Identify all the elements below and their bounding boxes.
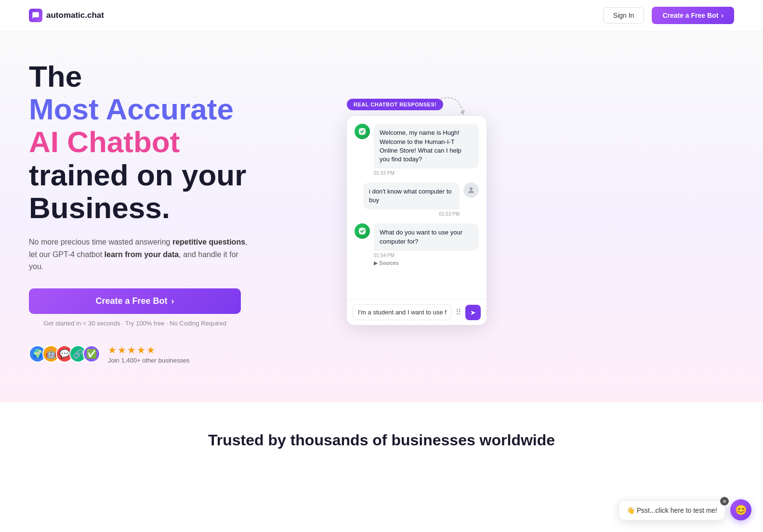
hero-title: The Most Accurate AI Chatbot trained on … xyxy=(29,60,308,224)
chat-badge: REAL CHATBOT RESPONSES! xyxy=(347,99,443,110)
chat-window: Welcome, my name is Hugh! Welcome to the… xyxy=(347,116,487,325)
bot-message-1-bubble: Welcome, my name is Hugh! Welcome to the… xyxy=(374,124,479,169)
chat-attach-button[interactable]: ⠿ xyxy=(456,308,461,317)
rating-block: ★★★★★ Join 1,400+ other businesses xyxy=(108,344,189,364)
hero-subtitle: No more precious time wasted answering r… xyxy=(29,236,250,273)
bot-avatar-1 xyxy=(355,124,370,139)
user-message-1-time: 01:53 PM xyxy=(363,211,460,217)
sources-label[interactable]: ▶ Sources xyxy=(374,260,479,266)
user-message-1-bubble: i don't know what computer to buy xyxy=(363,182,460,209)
bot-message-2-bubble: What do you want to use your computer fo… xyxy=(374,223,479,250)
social-proof: 🌍 🤖 💬 🔗 ✅ ★★★★★ Join 1,400+ other busine… xyxy=(29,344,308,364)
star-rating: ★★★★★ xyxy=(108,344,189,356)
logo-icon xyxy=(29,9,42,22)
chat-send-button[interactable]: ➤ xyxy=(465,305,481,320)
trusted-section: Trusted by thousands of businesses world… xyxy=(0,402,763,478)
nav-actions: Sign In Create a Free Bot › xyxy=(603,7,734,24)
navbar: automatic.chat Sign In Create a Free Bot… xyxy=(0,0,763,31)
bot-avatar-2 xyxy=(355,223,370,239)
create-free-arrow: › xyxy=(721,12,724,19)
join-count: Join 1,400+ other businesses xyxy=(108,357,189,364)
svg-point-1 xyxy=(470,187,473,190)
avatar-group: 🌍 🤖 💬 🔗 ✅ xyxy=(29,345,100,363)
chat-input-area: ⠿ ➤ xyxy=(347,299,487,325)
logo[interactable]: automatic.chat xyxy=(29,9,104,22)
hero-title-purple: Most Accurate xyxy=(29,92,234,126)
chat-messages: Welcome, my name is Hugh! Welcome to the… xyxy=(347,116,487,299)
chat-message-bot-2: What do you want to use your computer fo… xyxy=(355,223,479,266)
hero-title-pink: AI Chatbot xyxy=(29,125,180,158)
bot-message-1-time: 01:53 PM xyxy=(374,170,479,176)
chat-message-bot-1: Welcome, my name is Hugh! Welcome to the… xyxy=(355,124,479,176)
create-free-bot-button[interactable]: Create a Free Bot › xyxy=(652,7,734,24)
chat-message-user-1: i don't know what computer to buy 01:53 … xyxy=(355,182,479,217)
hero-section: The Most Accurate AI Chatbot trained on … xyxy=(0,31,763,402)
chat-input[interactable] xyxy=(353,304,452,320)
avatar: ✅ xyxy=(83,345,100,363)
logo-text: automatic.chat xyxy=(46,11,104,20)
bot-message-2-time: 01:54 PM xyxy=(374,253,479,258)
hero-content: The Most Accurate AI Chatbot trained on … xyxy=(29,60,308,364)
user-avatar xyxy=(463,182,479,198)
trusted-title: Trusted by thousands of businesses world… xyxy=(29,431,734,449)
hero-cta-button[interactable]: Create a Free Bot › xyxy=(29,288,241,314)
hero-subtext: Get started in < 30 seconds · Try 100% f… xyxy=(29,320,241,327)
cta-arrow: › xyxy=(171,296,174,306)
chat-demo: REAL CHATBOT RESPONSES! xyxy=(347,99,496,325)
sign-in-button[interactable]: Sign In xyxy=(603,7,645,24)
